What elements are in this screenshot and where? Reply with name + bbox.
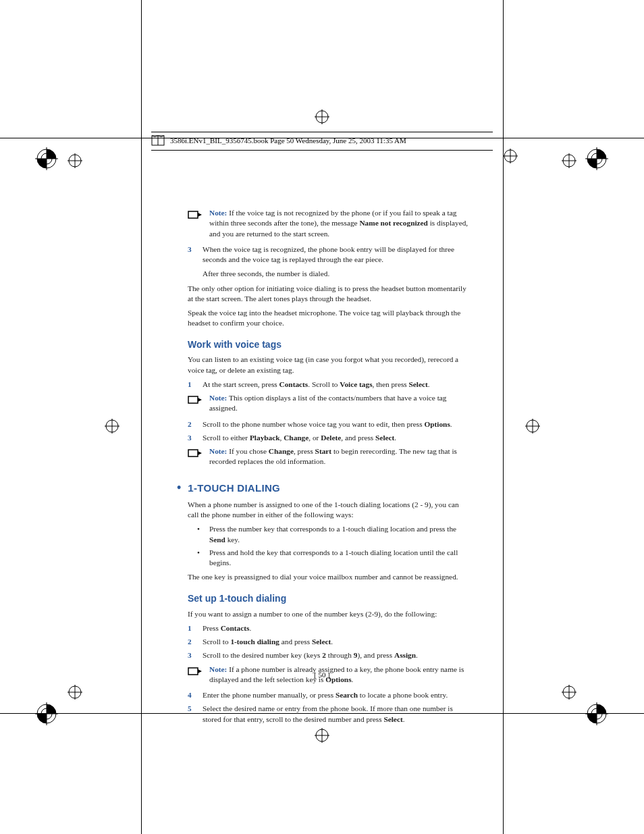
- note-block: Note: This option displays a list of the…: [188, 393, 470, 414]
- crosshair-icon: [503, 149, 518, 163]
- target-icon: [585, 147, 608, 170]
- svg-rect-45: [188, 211, 198, 218]
- paragraph: The only other option for initiating voi…: [188, 284, 470, 305]
- bullet-icon: •: [197, 548, 204, 569]
- target-icon: [35, 147, 58, 170]
- crosshair-icon: [525, 419, 540, 434]
- list-item: 3 When the voice tag is recognized, the …: [188, 244, 470, 280]
- svg-rect-47: [188, 450, 198, 457]
- note-text: Note: If the voice tag is not recognized…: [209, 208, 470, 239]
- step-number: 2: [188, 419, 196, 429]
- page-content: Note: If the voice tag is not recognized…: [188, 205, 470, 728]
- list-item: • Press and hold the key that correspond…: [197, 548, 470, 569]
- paragraph: When a phone number is assigned to one o…: [188, 500, 470, 521]
- list-item: 3 Scroll to either Playback, Change, or …: [188, 433, 470, 443]
- note-label: Note:: [209, 209, 227, 217]
- header-filename: 3586i.ENv1_BIL_9356745.book Page 50 Wedn…: [170, 136, 406, 145]
- crop-line-left: [141, 0, 142, 834]
- section-heading: 1-TOUCH DIALING: [188, 481, 280, 495]
- step-number: 1: [188, 380, 196, 390]
- crop-line-right: [503, 0, 504, 834]
- step-number: 1: [188, 623, 196, 633]
- note-block: Note: If you chose Change, press Start t…: [188, 446, 470, 467]
- step-number: 3: [188, 244, 196, 280]
- step-number: 5: [188, 704, 196, 725]
- section-heading: Work with voice tags: [188, 338, 470, 351]
- note-icon: [188, 208, 203, 239]
- list-item: 1 At the start screen, press Contacts. S…: [188, 380, 470, 390]
- svg-rect-46: [188, 396, 198, 403]
- step-number: 3: [188, 650, 196, 660]
- book-icon: [151, 135, 165, 146]
- page-header-frame: 3586i.ENv1_BIL_9356745.book Page 50 Wedn…: [151, 132, 493, 151]
- step-number: 2: [188, 637, 196, 647]
- section-heading: Set up 1-touch dialing: [188, 592, 470, 605]
- note-icon: [188, 393, 203, 414]
- list-item: 5 Select the desired name or entry from …: [188, 704, 470, 725]
- step-number: 3: [188, 433, 196, 443]
- paragraph: If you want to assign a number to one of…: [188, 609, 470, 619]
- page-number: [ 50 ]: [0, 671, 644, 679]
- crosshair-icon: [68, 153, 82, 168]
- crosshair-icon: [562, 685, 576, 700]
- crosshair-icon: [315, 109, 329, 124]
- paragraph: You can listen to an existing voice tag …: [188, 355, 470, 375]
- list-item: 3 Scroll to the desired number key (keys…: [188, 650, 470, 660]
- paragraph: Speak the voice tag into the headset mic…: [188, 308, 470, 329]
- step-number: 4: [188, 690, 196, 700]
- crosshair-icon: [105, 419, 119, 434]
- list-item: • Press the number key that corresponds …: [197, 524, 470, 545]
- section-heading-row: • 1-TOUCH DIALING: [177, 479, 470, 496]
- list-item: 2 Scroll to the phone number whose voice…: [188, 419, 470, 429]
- list-item: 4 Enter the phone number manually, or pr…: [188, 690, 470, 700]
- list-item: 2 Scroll to 1-touch dialing and press Se…: [188, 637, 470, 647]
- crosshair-icon: [68, 685, 82, 700]
- list-item: 1 Press Contacts.: [188, 623, 470, 633]
- crosshair-icon: [562, 153, 576, 168]
- target-icon: [585, 702, 608, 725]
- bullet-icon: •: [177, 479, 181, 496]
- crosshair-icon: [315, 728, 329, 743]
- note-icon: [188, 446, 203, 467]
- note-block: Note: If the voice tag is not recognized…: [188, 208, 470, 239]
- paragraph: The one key is preassigned to dial your …: [188, 572, 470, 582]
- bullet-icon: •: [197, 524, 204, 545]
- target-icon: [35, 702, 58, 725]
